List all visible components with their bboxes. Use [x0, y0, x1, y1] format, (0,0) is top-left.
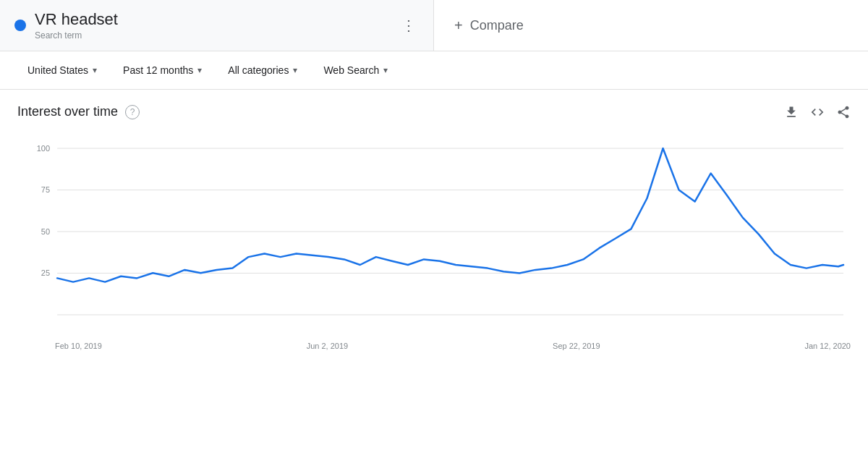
category-filter[interactable]: All categories ▾ [218, 59, 307, 82]
chart-header: Interest over time ? [17, 104, 851, 119]
download-icon[interactable] [784, 105, 799, 119]
filters-bar: United States ▾ Past 12 months ▾ All cat… [0, 51, 868, 90]
interest-over-time-chart: 100 75 50 25 [17, 134, 851, 336]
svg-text:50: 50 [41, 227, 50, 236]
x-label-3: Sep 22, 2019 [553, 342, 600, 350]
svg-text:100: 100 [37, 144, 50, 153]
svg-text:75: 75 [41, 185, 50, 194]
search-term-title: VR headset [35, 10, 118, 29]
time-range-chevron-icon: ▾ [197, 65, 202, 75]
time-range-filter[interactable]: Past 12 months ▾ [113, 59, 212, 82]
help-icon[interactable]: ? [125, 105, 140, 119]
chart-actions [784, 105, 851, 119]
more-options-icon[interactable]: ⋮ [399, 14, 419, 37]
compare-label: Compare [470, 18, 524, 33]
search-term-left: VR headset Search term [14, 10, 118, 41]
share-icon[interactable] [836, 105, 851, 119]
location-chevron-icon: ▾ [93, 65, 97, 75]
chart-title: Interest over time [17, 104, 118, 119]
search-term-type: Search term [35, 30, 82, 41]
compare-section[interactable]: + Compare [434, 0, 544, 51]
location-label: United States [27, 64, 88, 76]
header: VR headset Search term ⋮ + Compare [0, 0, 868, 51]
x-label-1: Feb 10, 2019 [55, 342, 102, 350]
blue-dot-indicator [14, 20, 26, 31]
search-term-card: VR headset Search term ⋮ [0, 0, 434, 51]
chart-container: 100 75 50 25 Feb 10, 2019 Jun 2, 2019 Se… [17, 134, 851, 350]
compare-plus-icon: + [454, 17, 463, 34]
search-type-filter[interactable]: Web Search ▾ [313, 59, 398, 82]
time-range-label: Past 12 months [123, 64, 193, 76]
embed-icon[interactable] [810, 105, 825, 119]
search-type-label: Web Search [323, 64, 379, 76]
svg-text:25: 25 [41, 268, 50, 277]
x-label-2: Jun 2, 2019 [307, 342, 349, 350]
category-chevron-icon: ▾ [293, 65, 297, 75]
location-filter[interactable]: United States ▾ [17, 59, 107, 82]
x-axis-labels: Feb 10, 2019 Jun 2, 2019 Sep 22, 2019 Ja… [17, 339, 851, 350]
x-label-4: Jan 12, 2020 [804, 342, 851, 350]
search-term-text: VR headset Search term [35, 10, 118, 41]
chart-section: Interest over time ? 100 75 [0, 90, 868, 357]
category-label: All categories [228, 64, 289, 76]
search-type-chevron-icon: ▾ [383, 65, 388, 75]
chart-title-area: Interest over time ? [17, 104, 140, 119]
